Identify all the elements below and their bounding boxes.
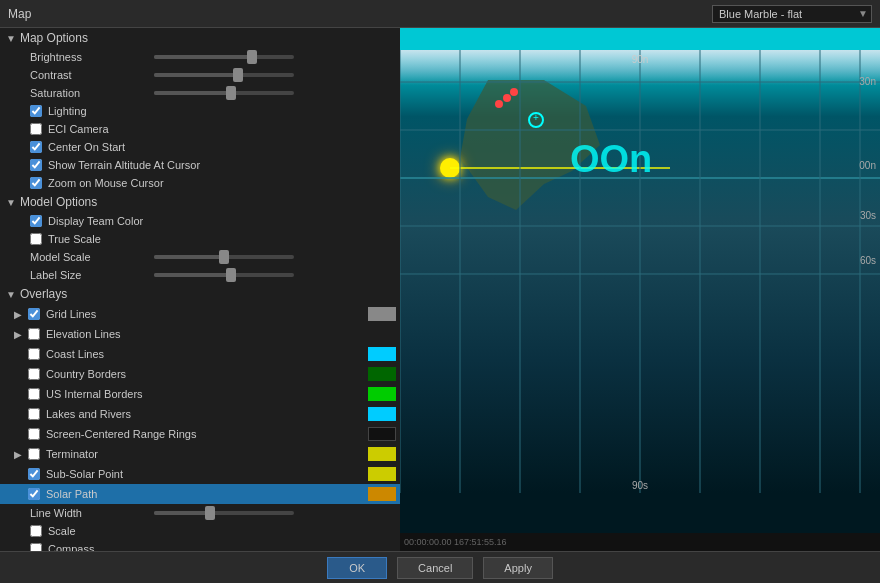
line-width-slider[interactable] <box>154 511 294 515</box>
scale-label: Scale <box>48 525 76 537</box>
map-options-arrow: ▼ <box>6 33 16 44</box>
zoom-on-cursor-label: Zoom on Mouse Cursor <box>48 177 164 189</box>
range-rings-checkbox[interactable] <box>28 428 40 440</box>
lakes-rivers-label: Lakes and Rivers <box>46 408 366 420</box>
ok-button[interactable]: OK <box>327 557 387 579</box>
map-top-strip <box>400 28 880 50</box>
compass-row: Compass <box>0 540 400 551</box>
center-on-start-checkbox[interactable] <box>30 141 42 153</box>
lat-30n: 30n <box>859 76 876 87</box>
country-borders-checkbox[interactable] <box>28 368 40 380</box>
zoom-on-cursor-row: Zoom on Mouse Cursor <box>0 174 400 192</box>
cancel-button[interactable]: Cancel <box>397 557 473 579</box>
show-terrain-row: Show Terrain Altitude At Cursor <box>0 156 400 174</box>
grid-lines-color-swatch[interactable] <box>368 307 396 321</box>
compass-checkbox[interactable] <box>30 543 42 551</box>
overlay-us-borders: ▶ US Internal Borders <box>0 384 400 404</box>
overlays-header[interactable]: ▼ Overlays <box>0 284 400 304</box>
label-size-label: Label Size <box>30 269 150 281</box>
right-panel: 30n 00n 30s 60s 90n 180w 150w 120w 90w 6… <box>400 28 880 551</box>
us-borders-color-swatch[interactable] <box>368 387 396 401</box>
model-scale-slider[interactable] <box>154 255 294 259</box>
country-borders-color-swatch[interactable] <box>368 367 396 381</box>
saturation-label: Saturation <box>30 87 150 99</box>
show-terrain-checkbox[interactable] <box>30 159 42 171</box>
lat-90s-label: 90s <box>632 480 648 491</box>
coordinates-display: 00:00:00.00 167:51:55.16 <box>404 537 507 547</box>
solar-path-checkbox[interactable] <box>28 488 40 500</box>
compass-label: Compass <box>48 543 94 551</box>
earth-area: 30n 00n 30s 60s <box>400 50 880 493</box>
solar-path-color-swatch[interactable] <box>368 487 396 501</box>
lat-60s: 60s <box>860 255 876 266</box>
map-type-dropdown[interactable]: Blue Marble - flat Blue Marble - globe S… <box>712 5 872 23</box>
model-scale-label: Model Scale <box>30 251 150 263</box>
us-borders-checkbox[interactable] <box>28 388 40 400</box>
show-terrain-label: Show Terrain Altitude At Cursor <box>48 159 200 171</box>
lighting-label: Lighting <box>48 105 87 117</box>
overlay-elevation-lines: ▶ Elevation Lines <box>0 324 400 344</box>
grid-lines-label: Grid Lines <box>46 308 366 320</box>
lat-00n: 00n <box>859 160 876 171</box>
sat-dot-1 <box>495 100 503 108</box>
eci-camera-label: ECI Camera <box>48 123 109 135</box>
coast-lines-checkbox[interactable] <box>28 348 40 360</box>
elevation-lines-label: Elevation Lines <box>46 328 396 340</box>
center-on-start-label: Center On Start <box>48 141 125 153</box>
true-scale-row: True Scale <box>0 230 400 248</box>
grid-lines-checkbox[interactable] <box>28 308 40 320</box>
orbit-marker <box>528 112 544 128</box>
terminator-expand-icon[interactable]: ▶ <box>14 449 28 460</box>
main-content: ▼ Map Options Brightness Contrast Satura… <box>0 28 880 551</box>
model-options-header[interactable]: ▼ Model Options <box>0 192 400 212</box>
eci-camera-checkbox[interactable] <box>30 123 42 135</box>
map-canvas: 30n 00n 30s 60s 90n 180w 150w 120w 90w 6… <box>400 28 880 551</box>
grid-lines-expand-icon[interactable]: ▶ <box>14 309 28 320</box>
elevation-lines-expand-icon[interactable]: ▶ <box>14 329 28 340</box>
country-borders-label: Country Borders <box>46 368 366 380</box>
elevation-lines-checkbox[interactable] <box>28 328 40 340</box>
brightness-label: Brightness <box>30 51 150 63</box>
coast-lines-color-swatch[interactable] <box>368 347 396 361</box>
map-options-header[interactable]: ▼ Map Options <box>0 28 400 48</box>
sat-dot-2 <box>503 94 511 102</box>
line-width-label: Line Width <box>30 507 150 519</box>
lakes-rivers-checkbox[interactable] <box>28 408 40 420</box>
terminator-color-swatch[interactable] <box>368 447 396 461</box>
bottom-bar: OK Cancel Apply <box>0 551 880 583</box>
saturation-row: Saturation <box>0 84 400 102</box>
saturation-slider[interactable] <box>154 91 294 95</box>
brightness-slider[interactable] <box>154 55 294 59</box>
apply-button[interactable]: Apply <box>483 557 553 579</box>
range-rings-color-swatch[interactable] <box>368 427 396 441</box>
overlay-sub-solar-point: ▶ Sub-Solar Point <box>0 464 400 484</box>
display-team-color-checkbox[interactable] <box>30 215 42 227</box>
sub-solar-point-color-swatch[interactable] <box>368 467 396 481</box>
overlay-solar-path[interactable]: ▶ Solar Path <box>0 484 400 504</box>
overlays-label: Overlays <box>20 287 67 301</box>
lighting-checkbox[interactable] <box>30 105 42 117</box>
oon-text: OOn <box>570 138 652 181</box>
scale-row: Scale <box>0 522 400 540</box>
scale-checkbox[interactable] <box>30 525 42 537</box>
map-bottom-strip <box>400 493 880 533</box>
eci-camera-row: ECI Camera <box>0 120 400 138</box>
overlay-lakes-rivers: ▶ Lakes and Rivers <box>0 404 400 424</box>
overlays-arrow: ▼ <box>6 289 16 300</box>
true-scale-checkbox[interactable] <box>30 233 42 245</box>
left-panel: ▼ Map Options Brightness Contrast Satura… <box>0 28 400 551</box>
contrast-slider[interactable] <box>154 73 294 77</box>
overlay-country-borders: ▶ Country Borders <box>0 364 400 384</box>
contrast-label: Contrast <box>30 69 150 81</box>
lakes-rivers-color-swatch[interactable] <box>368 407 396 421</box>
sub-solar-point-label: Sub-Solar Point <box>46 468 366 480</box>
lighting-row: Lighting <box>0 102 400 120</box>
sub-solar-point-checkbox[interactable] <box>28 468 40 480</box>
center-on-start-row: Center On Start <box>0 138 400 156</box>
terminator-checkbox[interactable] <box>28 448 40 460</box>
zoom-on-cursor-checkbox[interactable] <box>30 177 42 189</box>
top-bar: Map Blue Marble - flat Blue Marble - glo… <box>0 0 880 28</box>
overlay-grid-lines: ▶ Grid Lines <box>0 304 400 324</box>
map-coords-bar: 00:00:00.00 167:51:55.16 <box>400 533 880 551</box>
label-size-slider[interactable] <box>154 273 294 277</box>
